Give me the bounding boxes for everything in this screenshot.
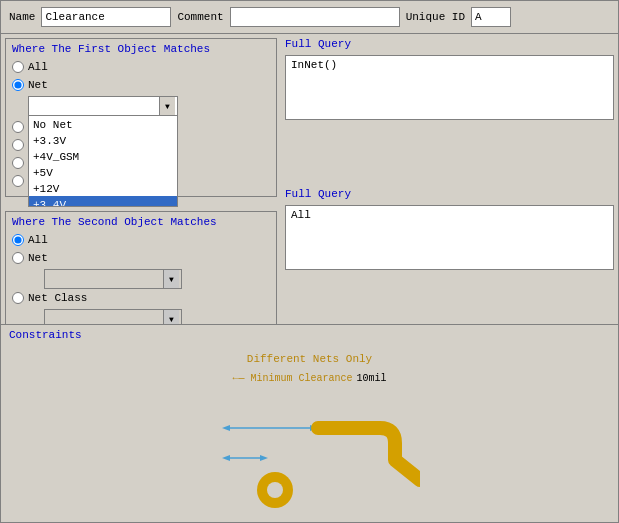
- first-all-radio[interactable]: [12, 61, 24, 73]
- second-netclass-row: Net Class: [12, 289, 270, 307]
- uniqueid-label: Unique ID: [406, 11, 465, 23]
- first-net-dropdown-top[interactable]: ▼: [28, 96, 178, 116]
- diagram-area: Different Nets Only ←— Minimum Clearance…: [9, 345, 610, 518]
- dropdown-item-5v[interactable]: +5V: [29, 164, 177, 180]
- dropdown-item-4vgsm[interactable]: +4V_GSM: [29, 148, 177, 164]
- min-clearance-value: 10mil: [357, 373, 387, 384]
- first-netclass-radio[interactable]: [12, 121, 24, 133]
- first-net-dropdown[interactable]: ▼ No Net +3.3V +4V_GSM +5V +12V +3.4V BO…: [28, 96, 178, 116]
- second-full-query-box: All: [285, 205, 614, 270]
- second-net-row: Net: [12, 249, 270, 267]
- first-all-row: All: [12, 58, 270, 76]
- svg-point-7: [267, 482, 283, 498]
- second-all-label: All: [28, 234, 48, 246]
- first-object-group: Where The First Object Matches All Net ▼: [5, 38, 277, 197]
- dropdown-item-12v[interactable]: +12V: [29, 180, 177, 196]
- second-object-group: Where The Second Object Matches All Net …: [5, 211, 277, 324]
- dropdown-item-34v[interactable]: +3.4V: [29, 196, 177, 206]
- second-netclass-label: Net Class: [28, 292, 87, 304]
- first-netandlayer-radio[interactable]: [12, 157, 24, 169]
- second-object-header: Where The Second Object Matches: [12, 216, 270, 228]
- second-netclass-dropdown-disabled: ▼: [44, 309, 182, 324]
- second-net-radio[interactable]: [12, 252, 24, 264]
- first-object-header: Where The First Object Matches: [12, 43, 270, 55]
- dropdown-arrow-icon[interactable]: ▼: [159, 97, 175, 115]
- first-full-query-section: Full Query InNet(): [285, 38, 614, 120]
- clearance-diagram: [200, 390, 420, 510]
- svg-marker-5: [260, 455, 268, 461]
- svg-marker-4: [222, 455, 230, 461]
- first-full-query-header: Full Query: [285, 38, 614, 50]
- first-net-dropdown-list: No Net +3.3V +4V_GSM +5V +12V +3.4V BOOT…: [28, 116, 178, 207]
- first-layer-radio[interactable]: [12, 139, 24, 151]
- second-full-query-section: Full Query All: [285, 188, 614, 270]
- diagram-title: Different Nets Only: [247, 353, 372, 365]
- first-advanced-radio[interactable]: [12, 175, 24, 187]
- second-net-arrow-disabled: ▼: [163, 270, 179, 288]
- left-panel: Where The First Object Matches All Net ▼: [1, 34, 281, 324]
- comment-label: Comment: [177, 11, 223, 23]
- first-full-query-box: InNet(): [285, 55, 614, 120]
- first-all-label: All: [28, 61, 48, 73]
- dropdown-item-3v3[interactable]: +3.3V: [29, 132, 177, 148]
- name-label: Name: [9, 11, 35, 23]
- first-net-radio[interactable]: [12, 79, 24, 91]
- min-clearance-label: ←— Minimum Clearance: [232, 373, 352, 384]
- dropdown-item-nonet[interactable]: No Net: [29, 116, 177, 132]
- first-net-label: Net: [28, 79, 48, 91]
- second-all-radio[interactable]: [12, 234, 24, 246]
- first-net-list-inner[interactable]: No Net +3.3V +4V_GSM +5V +12V +3.4V BOOT…: [29, 116, 177, 206]
- first-full-query-value: InNet(): [291, 59, 337, 71]
- second-netclass-radio[interactable]: [12, 292, 24, 304]
- second-full-query-header: Full Query: [285, 188, 614, 200]
- header-row: Name Comment Unique ID: [1, 1, 618, 34]
- second-net-dropdown-disabled: ▼: [44, 269, 182, 289]
- comment-input[interactable]: [230, 7, 400, 27]
- right-panel: Full Query InNet() Full Query All: [281, 34, 618, 324]
- content-area: Where The First Object Matches All Net ▼: [1, 34, 618, 324]
- second-all-row: All: [12, 231, 270, 249]
- first-net-dropdown-area: ▼ No Net +3.3V +4V_GSM +5V +12V +3.4V BO…: [28, 96, 270, 116]
- second-full-query-value: All: [291, 209, 311, 221]
- constraints-header: Constraints: [9, 329, 610, 341]
- uniqueid-input[interactable]: [471, 7, 511, 27]
- second-net-label: Net: [28, 252, 48, 264]
- constraints-section: Constraints Different Nets Only ←— Minim…: [1, 324, 618, 522]
- first-net-row: Net: [12, 76, 270, 94]
- svg-marker-1: [222, 425, 230, 431]
- main-window: Name Comment Unique ID Where The First O…: [0, 0, 619, 523]
- second-netclass-arrow-disabled: ▼: [163, 310, 179, 324]
- name-input[interactable]: [41, 7, 171, 27]
